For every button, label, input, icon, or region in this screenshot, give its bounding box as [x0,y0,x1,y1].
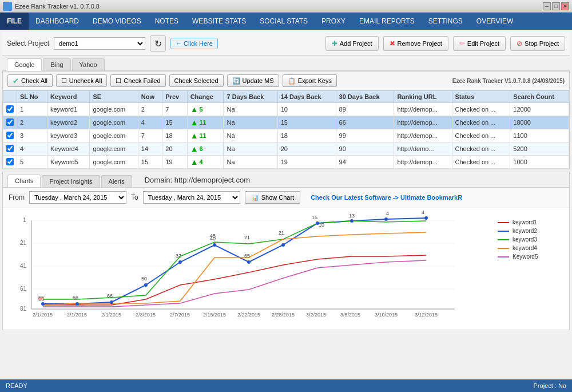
table-row[interactable]: 1 keyword1 google.com 2 7 ▲5 Na 10 89 ht… [3,103,569,116]
col-header-now: Now [138,91,162,103]
maximize-button[interactable]: □ [552,2,560,10]
row-now: 2 [138,103,162,116]
svg-point-45 [316,221,319,225]
menu-item-website-stats[interactable]: WEBSITE STATS [185,13,253,30]
add-project-button[interactable]: ✚ Add Project [325,36,379,51]
row-7days: Na [224,156,277,169]
menu-item-dashboard[interactable]: DASHBOARD [29,13,86,30]
menu-item-overview[interactable]: OVERVIEW [470,13,520,30]
tab-project-insights[interactable]: Project Insights [42,175,100,187]
edit-project-button[interactable]: ✏ Edit Project [453,36,506,51]
export-keys-button[interactable]: 📋 Export Keys [283,74,337,87]
tab-yahoo[interactable]: Yahoo [72,58,105,70]
row-count: 5200 [510,142,569,156]
svg-text:45: 45 [210,233,216,239]
upper-panel: ✔ Check All ☐ Uncheck All ☐ Check Failed… [2,71,570,169]
tab-alerts[interactable]: Alerts [101,175,132,187]
menu-item-proxy[interactable]: PROXY [315,13,352,30]
row-checkbox[interactable] [6,105,14,113]
row-count: 12000 [510,103,569,116]
menu-item-settings[interactable]: SETTINGS [422,13,470,30]
svg-text:15: 15 [312,215,317,220]
check-all-button[interactable]: ✔ Check All [7,74,53,87]
svg-text:21: 21 [244,235,250,240]
lower-section: Charts Project Insights Alerts Domain: h… [2,172,570,330]
tab-bing[interactable]: Bing [43,58,70,70]
row-checkbox[interactable] [6,132,14,139]
svg-text:2/7/2015: 2/7/2015 [170,312,190,318]
svg-text:61: 61 [20,286,27,292]
row-30days: 89 [336,103,394,116]
legend-color-kw2 [498,231,509,232]
row-checkbox[interactable] [6,145,14,152]
chart-legend: keyword1 keyword2 keyword3 keyword4 [495,211,563,324]
svg-point-40 [144,283,148,287]
remove-project-button[interactable]: ✖ Remove Project [383,36,448,51]
up-arrow-icon: ▲ [190,118,198,127]
menu-item-file[interactable]: FILE [0,13,29,30]
row-se: google.com [90,103,138,116]
x-icon: ✖ [390,39,395,47]
latest-software-link[interactable]: Check Our Latest Software -> Ultimate Bo… [311,194,462,201]
tab-charts[interactable]: Charts [7,175,41,187]
chart-area: 1 21 41 61 81 [3,208,569,330]
row-change: ▲5 [187,103,224,116]
row-prev: 19 [162,156,187,169]
table-row[interactable]: 3 keyword3 google.com 7 18 ▲11 Na 18 99 … [3,129,569,142]
update-ms-button[interactable]: 🔄 Update MS [227,74,279,87]
tab-google[interactable]: Google [7,58,42,71]
row-checkbox-cell[interactable] [3,142,17,156]
project-select[interactable]: demo1 [54,37,145,50]
keyword-table: SL No Keyword SE Now Prev Change 7 Days … [3,90,569,169]
row-now: 14 [138,142,162,156]
row-checkbox-cell[interactable] [3,103,17,116]
col-header-14days: 14 Days Back [277,91,336,103]
table-row[interactable]: 4 Keyword4 google.com 14 20 ▲6 Na 20 90 … [3,142,569,156]
svg-text:2/28/2015: 2/28/2015 [272,312,295,318]
row-keyword: Keyword5 [47,156,89,169]
row-change: ▲4 [187,156,224,169]
table-row[interactable]: 2 keyword2 google.com 4 15 ▲11 Na 15 66 … [3,116,569,129]
menu-item-notes[interactable]: NOTES [148,13,185,30]
to-date-select[interactable]: Tuesday , March 24, 2015 [143,191,240,204]
close-button[interactable]: ✕ [561,2,569,10]
col-header-count: Search Count [510,91,569,103]
window-controls[interactable]: ─ □ ✕ [543,2,569,10]
check-selected-button[interactable]: Check Selected [169,74,224,87]
show-chart-button[interactable]: 📊 Show Chart [245,191,300,204]
legend-item-kw4: keyword4 [498,245,561,251]
row-checkbox[interactable] [6,158,14,165]
from-date-select[interactable]: Tuesday , March 24, 2015 [29,191,126,204]
legend-item-kw5: Keyword5 [498,254,561,260]
col-header-url: Ranking URL [394,91,452,103]
click-here-button[interactable]: ← Click Here [170,38,218,49]
row-checkbox-cell[interactable] [3,156,17,169]
row-keyword: keyword2 [47,116,89,129]
svg-text:2/15/2015: 2/15/2015 [203,312,226,318]
row-30days: 99 [336,129,394,142]
svg-text:65: 65 [244,253,250,259]
update-icon: 🔄 [232,77,240,85]
up-arrow-icon: ▲ [190,131,198,140]
row-checkbox-cell[interactable] [3,129,17,142]
row-now: 4 [138,116,162,129]
refresh-button[interactable]: ↻ [150,35,166,52]
row-checkbox[interactable] [6,118,14,126]
row-keyword: Keyword4 [47,142,89,156]
stop-project-button[interactable]: ⊘ Stop Project [510,36,565,51]
menu-item-email-reports[interactable]: EMAIL REPORTS [352,13,422,30]
svg-text:2/1/2015: 2/1/2015 [101,312,121,318]
check-failed-button[interactable]: ☐ Check Failed [110,74,165,87]
uncheck-all-button[interactable]: ☐ Uncheck All [56,74,107,87]
col-header-sl: SL No [17,91,47,103]
col-header-se: SE [90,91,138,103]
row-30days: 90 [336,142,394,156]
svg-point-48 [424,216,428,220]
menu-item-demo-videos[interactable]: DEMO VIDEOS [86,13,148,30]
svg-point-41 [178,260,182,264]
menu-item-social-stats[interactable]: SOCIAL STATS [253,13,315,30]
table-row[interactable]: 5 Keyword5 google.com 15 19 ▲4 Na 19 94 … [3,156,569,169]
minimize-button[interactable]: ─ [543,2,551,10]
row-prev: 15 [162,116,187,129]
row-checkbox-cell[interactable] [3,116,17,129]
